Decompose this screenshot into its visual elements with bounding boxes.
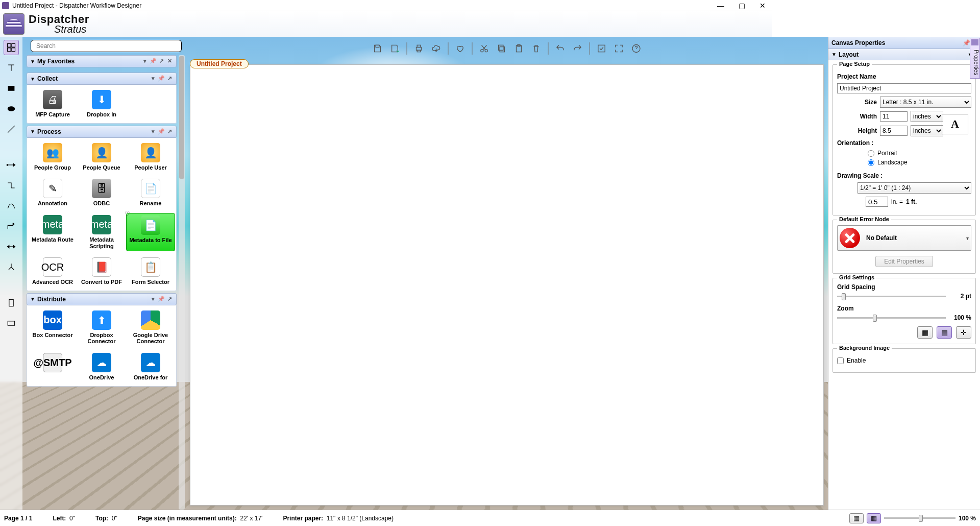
node-annotation[interactable]: ✎Annotation bbox=[28, 177, 77, 209]
category-menu-icon[interactable]: ▾ bbox=[141, 58, 149, 65]
delete-button[interactable] bbox=[529, 41, 544, 56]
text-tool[interactable] bbox=[4, 60, 19, 76]
favorite-button[interactable] bbox=[453, 41, 468, 56]
category-distribute-header[interactable]: ▼Distribute ▾ 📌 ↗ bbox=[27, 293, 177, 305]
pin-icon[interactable]: 📌 bbox=[158, 75, 165, 82]
popout-icon[interactable]: ↗ bbox=[166, 75, 173, 82]
brand-bar: Dispatcher Stratus bbox=[0, 11, 772, 37]
window-title: Untitled Project - Dispatcher Workflow D… bbox=[12, 2, 141, 9]
node-metadata-route[interactable]: metaMetadata Route bbox=[28, 213, 77, 251]
category-favorites-header[interactable]: ▼My Favorites ▾ 📌 ↗ ✕ bbox=[27, 55, 177, 67]
redo-button[interactable] bbox=[570, 41, 585, 56]
app-icon bbox=[2, 2, 9, 9]
svg-point-5 bbox=[8, 107, 14, 111]
connector-elbow-down-tool[interactable] bbox=[4, 178, 19, 193]
cloud-button[interactable] bbox=[429, 41, 444, 56]
validate-button[interactable] bbox=[594, 41, 609, 56]
svg-rect-12 bbox=[417, 50, 421, 52]
brand-line2: Stratus bbox=[54, 24, 89, 34]
svg-rect-15 bbox=[500, 47, 504, 52]
node-people-queue[interactable]: 👤People Queue bbox=[77, 141, 126, 173]
svg-rect-4 bbox=[8, 86, 14, 90]
heart-icon[interactable]: ♡ bbox=[125, 210, 130, 218]
node-box-connector[interactable]: boxBox Connector bbox=[28, 308, 77, 347]
page-portrait-tool[interactable] bbox=[4, 295, 19, 310]
palette-scrollbar[interactable] bbox=[179, 55, 185, 415]
category-menu-icon[interactable]: ▾ bbox=[150, 296, 157, 303]
category-collect-header[interactable]: ▼Collect ▾ 📌 ↗ bbox=[27, 73, 177, 85]
svg-rect-7 bbox=[9, 299, 13, 306]
svg-rect-19 bbox=[598, 45, 605, 52]
category-menu-icon[interactable]: ▾ bbox=[150, 75, 157, 82]
print-button[interactable] bbox=[411, 41, 427, 56]
undo-button[interactable] bbox=[553, 41, 568, 56]
node-dropbox-in[interactable]: ⬇Dropbox In bbox=[77, 88, 126, 120]
svg-rect-10 bbox=[416, 47, 422, 51]
copy-button[interactable] bbox=[494, 41, 509, 56]
svg-rect-2 bbox=[8, 48, 11, 52]
svg-rect-1 bbox=[12, 44, 15, 47]
canvas-tab[interactable]: Untitled Project bbox=[190, 59, 249, 68]
node-dropbox-connector[interactable]: ⬆Dropbox Connector bbox=[77, 308, 126, 347]
node-odbc[interactable]: 🗄ODBC bbox=[77, 177, 126, 209]
window-titlebar: Untitled Project - Dispatcher Workflow D… bbox=[0, 0, 772, 11]
window-minimize[interactable]: — bbox=[717, 2, 724, 10]
node-mfp-capture[interactable]: 🖨MFP Capture bbox=[28, 88, 77, 120]
svg-point-6 bbox=[7, 164, 8, 166]
category-menu-icon[interactable]: ▾ bbox=[150, 128, 157, 135]
popout-icon[interactable]: ↗ bbox=[158, 58, 165, 65]
shape-tool-rail bbox=[0, 37, 22, 415]
pin-icon[interactable]: 📌 bbox=[158, 128, 165, 135]
node-convert-to-pdf[interactable]: 📕Convert to PDF bbox=[77, 255, 126, 288]
pin-icon[interactable]: 📌 bbox=[158, 296, 165, 303]
connector-two-way-tool[interactable] bbox=[4, 239, 19, 254]
main-toolbar bbox=[367, 40, 647, 57]
paste-button[interactable] bbox=[511, 41, 527, 56]
node-people-user[interactable]: 👤People User bbox=[126, 141, 175, 173]
popout-icon[interactable]: ↗ bbox=[166, 296, 173, 303]
connector-branch-tool[interactable] bbox=[4, 259, 19, 275]
rectangle-tool[interactable] bbox=[4, 81, 19, 96]
category-favorites-title: My Favorites bbox=[37, 58, 75, 65]
pin-icon[interactable]: 📌 bbox=[150, 58, 157, 65]
node-advanced-ocr[interactable]: OCRAdvanced OCR bbox=[28, 255, 77, 288]
search-input[interactable] bbox=[31, 40, 182, 52]
node-google-drive-connector[interactable]: Google Drive Connector bbox=[126, 308, 175, 347]
window-maximize[interactable]: ▢ bbox=[739, 2, 745, 10]
window-close[interactable]: ✕ bbox=[760, 2, 766, 10]
category-process-title: Process bbox=[37, 128, 61, 135]
category-process-header[interactable]: ▼Process ▾ 📌 ↗ bbox=[27, 126, 177, 138]
category-distribute-title: Distribute bbox=[37, 296, 66, 303]
canvas-page[interactable] bbox=[190, 64, 772, 415]
category-collect-title: Collect bbox=[37, 75, 58, 82]
connector-step-tool[interactable] bbox=[4, 219, 19, 234]
close-icon[interactable]: ✕ bbox=[166, 58, 173, 65]
svg-rect-3 bbox=[12, 48, 15, 52]
svg-rect-0 bbox=[8, 44, 11, 47]
node-onedrive[interactable]: ☁OneDrive bbox=[77, 351, 126, 383]
brand-logo bbox=[3, 13, 24, 35]
select-tool[interactable] bbox=[4, 40, 19, 55]
page-landscape-tool[interactable] bbox=[4, 316, 19, 331]
ellipse-tool[interactable] bbox=[4, 101, 19, 116]
popout-icon[interactable]: ↗ bbox=[166, 128, 173, 135]
connector-straight-tool[interactable] bbox=[4, 157, 19, 173]
cut-button[interactable] bbox=[477, 41, 492, 56]
line-tool[interactable] bbox=[4, 122, 19, 137]
node-onedrive-for[interactable]: ☁OneDrive for bbox=[126, 351, 175, 383]
svg-rect-8 bbox=[8, 321, 14, 325]
save-cloud-button[interactable] bbox=[387, 41, 403, 56]
svg-rect-11 bbox=[417, 45, 421, 47]
connector-curve-tool[interactable] bbox=[4, 198, 19, 213]
svg-rect-9 bbox=[376, 45, 379, 47]
node-smtp[interactable]: @SMTP bbox=[28, 351, 77, 383]
fit-screen-button[interactable] bbox=[611, 41, 627, 56]
node-metadata-scripting[interactable]: metaMetadata Scripting bbox=[77, 213, 126, 251]
node-metadata-to-file[interactable]: ♡📄Metadata to File bbox=[126, 213, 175, 251]
help-button[interactable] bbox=[629, 41, 644, 56]
svg-rect-16 bbox=[499, 45, 503, 50]
node-people-group[interactable]: 👥People Group bbox=[28, 141, 77, 173]
node-rename[interactable]: 📄Rename bbox=[126, 177, 175, 209]
node-form-selector[interactable]: 📋Form Selector bbox=[126, 255, 175, 288]
save-button[interactable] bbox=[370, 41, 385, 56]
